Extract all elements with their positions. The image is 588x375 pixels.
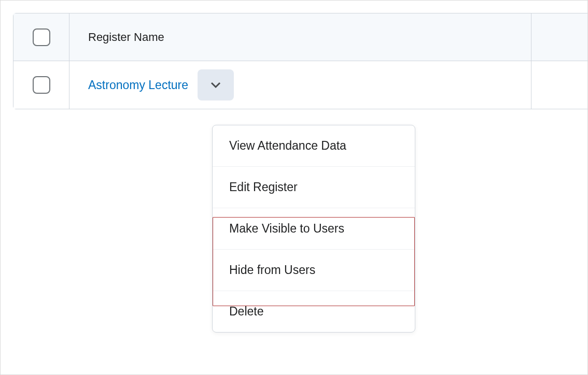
actions-dropdown: View Attendance Data Edit Register Make … [212, 125, 415, 333]
table-header-row: Register Name [13, 13, 587, 61]
table-row: Astronomy Lecture [13, 61, 587, 109]
register-table: Register Name Astronomy Lecture [13, 13, 587, 109]
chevron-down-icon [209, 79, 222, 91]
select-all-checkbox[interactable] [33, 28, 50, 46]
menu-make-visible[interactable]: Make Visible to Users [213, 208, 415, 250]
row-checkbox[interactable] [33, 76, 50, 94]
row-actions-button[interactable] [198, 69, 234, 100]
menu-view-attendance[interactable]: View Attendance Data [213, 125, 415, 167]
register-name-link[interactable]: Astronomy Lecture [88, 78, 188, 92]
menu-delete[interactable]: Delete [213, 291, 415, 332]
header-name-label: Register Name [88, 31, 164, 44]
row-name-cell: Astronomy Lecture [69, 61, 531, 109]
row-empty-cell [531, 61, 587, 109]
menu-hide-from-users[interactable]: Hide from Users [213, 250, 415, 291]
header-empty-cell [531, 13, 587, 61]
select-all-cell [13, 13, 69, 61]
menu-edit-register[interactable]: Edit Register [213, 167, 415, 208]
row-select-cell [13, 61, 69, 109]
header-name-cell: Register Name [69, 13, 531, 61]
